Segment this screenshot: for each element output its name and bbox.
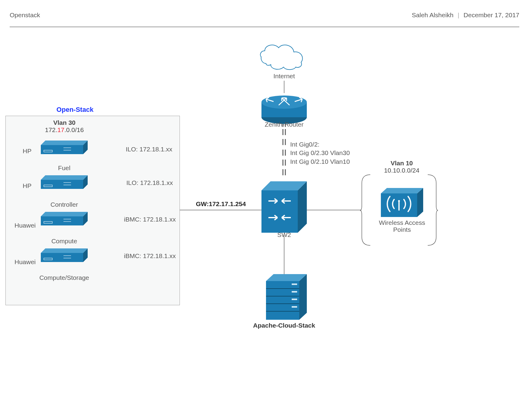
page: Openstack Saleh Alsheikh | December 17, …: [0, 0, 532, 411]
diagram-canvas: Open-Stack Vlan 30 172.17.0.0/16: [0, 0, 532, 411]
svg-rect-48: [292, 306, 297, 308]
svg-rect-47: [292, 299, 297, 300]
svg-rect-46: [292, 291, 297, 293]
svg-rect-45: [292, 283, 297, 285]
rack-icon: [266, 274, 307, 320]
acs-label: Apache-Cloud-Stack: [242, 322, 326, 329]
rack-svg: [0, 0, 532, 411]
svg-rect-40: [266, 281, 299, 320]
